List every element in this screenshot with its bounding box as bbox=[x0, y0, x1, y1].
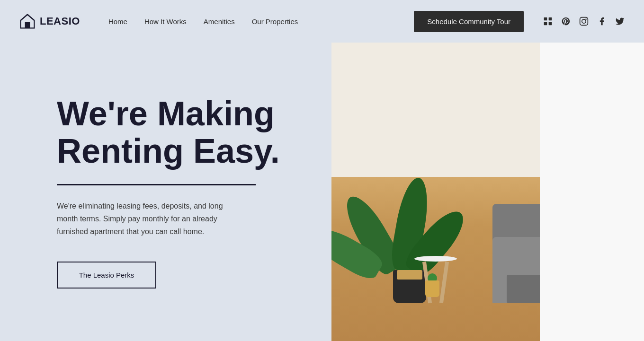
logo-icon bbox=[19, 13, 36, 30]
nav-link-how-it-works[interactable]: How It Works bbox=[144, 17, 187, 26]
main-content: We're Making Renting Easy. We're elimina… bbox=[0, 43, 644, 341]
hero-title-line2: Renting Easy. bbox=[57, 132, 280, 170]
hero-title-line1: We're Making bbox=[57, 95, 275, 132]
logo-text: LEASIO bbox=[40, 15, 80, 27]
navbar: LEASIO Home How It Works Amenities Our P… bbox=[0, 0, 644, 43]
hero-title: We're Making Renting Easy. bbox=[57, 95, 303, 170]
rss-icon[interactable] bbox=[543, 16, 553, 26]
logo[interactable]: LEASIO bbox=[19, 13, 80, 30]
svg-rect-1 bbox=[544, 17, 547, 21]
white-panel bbox=[540, 43, 644, 341]
twitter-icon[interactable] bbox=[615, 16, 625, 26]
hero-divider bbox=[57, 184, 256, 185]
nav-link-our-properties[interactable]: Our Properties bbox=[252, 17, 298, 26]
social-icons-group bbox=[543, 16, 625, 26]
schedule-community-tour-button[interactable]: Schedule Community Tour bbox=[414, 11, 524, 32]
table-top bbox=[414, 256, 457, 262]
pinterest-icon[interactable] bbox=[561, 16, 571, 26]
room-image bbox=[331, 43, 644, 341]
leasio-perks-button[interactable]: The Leasio Perks bbox=[57, 262, 156, 289]
svg-point-7 bbox=[585, 18, 587, 20]
svg-rect-0 bbox=[25, 22, 30, 28]
hero-description: We're eliminating leasing fees, deposits… bbox=[57, 200, 242, 238]
nav-link-home[interactable]: Home bbox=[108, 17, 127, 26]
nav-links: Home How It Works Amenities Our Properti… bbox=[108, 17, 414, 26]
nav-link-amenities[interactable]: Amenities bbox=[204, 17, 235, 26]
instagram-icon[interactable] bbox=[579, 16, 589, 26]
page-wrapper: LEASIO Home How It Works Amenities Our P… bbox=[0, 0, 644, 341]
table-leg-right bbox=[439, 262, 449, 303]
svg-point-6 bbox=[582, 19, 586, 23]
svg-rect-5 bbox=[580, 17, 588, 26]
facebook-icon[interactable] bbox=[597, 16, 607, 26]
svg-rect-4 bbox=[549, 22, 552, 26]
svg-rect-2 bbox=[549, 17, 552, 21]
left-section: We're Making Renting Easy. We're elimina… bbox=[0, 43, 331, 341]
right-section bbox=[331, 43, 644, 341]
svg-rect-3 bbox=[544, 22, 547, 26]
small-pot-body bbox=[425, 280, 439, 297]
small-pot bbox=[425, 273, 439, 297]
